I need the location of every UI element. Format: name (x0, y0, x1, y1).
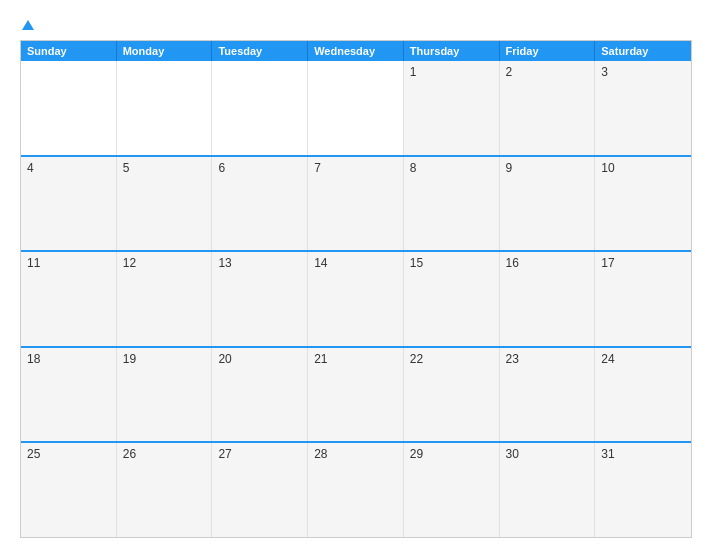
day-number: 4 (27, 161, 34, 175)
calendar-page: SundayMondayTuesdayWednesdayThursdayFrid… (0, 0, 712, 550)
day-number: 27 (218, 447, 231, 461)
day-number: 20 (218, 352, 231, 366)
day-cell: 24 (595, 348, 691, 442)
day-number: 12 (123, 256, 136, 270)
day-number: 18 (27, 352, 40, 366)
day-cell: 20 (212, 348, 308, 442)
day-header-wednesday: Wednesday (308, 41, 404, 61)
day-cell: 22 (404, 348, 500, 442)
day-cell: 5 (117, 157, 213, 251)
day-header-thursday: Thursday (404, 41, 500, 61)
day-cell: 15 (404, 252, 500, 346)
day-cell (117, 61, 213, 155)
day-cell: 27 (212, 443, 308, 537)
day-cell: 2 (500, 61, 596, 155)
day-cell: 14 (308, 252, 404, 346)
week-row-3: 18192021222324 (21, 346, 691, 442)
day-cell: 25 (21, 443, 117, 537)
day-cell: 17 (595, 252, 691, 346)
day-number: 28 (314, 447, 327, 461)
day-cell: 9 (500, 157, 596, 251)
day-cell: 30 (500, 443, 596, 537)
day-number: 22 (410, 352, 423, 366)
day-cell: 7 (308, 157, 404, 251)
day-number: 10 (601, 161, 614, 175)
day-number: 21 (314, 352, 327, 366)
day-number: 24 (601, 352, 614, 366)
day-cell: 10 (595, 157, 691, 251)
day-number: 11 (27, 256, 40, 270)
day-number: 23 (506, 352, 519, 366)
day-number: 26 (123, 447, 136, 461)
day-number: 15 (410, 256, 423, 270)
day-number: 5 (123, 161, 130, 175)
day-number: 9 (506, 161, 513, 175)
day-cell: 21 (308, 348, 404, 442)
day-cell: 3 (595, 61, 691, 155)
day-number: 8 (410, 161, 417, 175)
day-number: 19 (123, 352, 136, 366)
day-number: 6 (218, 161, 225, 175)
weeks-container: 1234567891011121314151617181920212223242… (21, 61, 691, 537)
day-number: 14 (314, 256, 327, 270)
day-number: 7 (314, 161, 321, 175)
day-cell: 11 (21, 252, 117, 346)
day-header-tuesday: Tuesday (212, 41, 308, 61)
logo-triangle-icon (22, 20, 34, 30)
day-number: 1 (410, 65, 417, 79)
day-cell: 29 (404, 443, 500, 537)
logo (20, 16, 34, 32)
day-header-saturday: Saturday (595, 41, 691, 61)
day-header-sunday: Sunday (21, 41, 117, 61)
day-number: 31 (601, 447, 614, 461)
day-cell: 16 (500, 252, 596, 346)
week-row-1: 45678910 (21, 155, 691, 251)
day-cell: 6 (212, 157, 308, 251)
day-cell (21, 61, 117, 155)
header (20, 16, 692, 32)
day-header-monday: Monday (117, 41, 213, 61)
day-cell: 31 (595, 443, 691, 537)
day-number: 30 (506, 447, 519, 461)
day-cell: 8 (404, 157, 500, 251)
day-cell (212, 61, 308, 155)
day-cell: 4 (21, 157, 117, 251)
week-row-2: 11121314151617 (21, 250, 691, 346)
day-number: 13 (218, 256, 231, 270)
week-row-4: 25262728293031 (21, 441, 691, 537)
day-number: 3 (601, 65, 608, 79)
week-row-0: 123 (21, 61, 691, 155)
day-cell: 13 (212, 252, 308, 346)
calendar-grid: SundayMondayTuesdayWednesdayThursdayFrid… (20, 40, 692, 538)
day-cell: 1 (404, 61, 500, 155)
day-number: 29 (410, 447, 423, 461)
day-number: 16 (506, 256, 519, 270)
day-header-friday: Friday (500, 41, 596, 61)
day-number: 2 (506, 65, 513, 79)
day-cell (308, 61, 404, 155)
day-number: 17 (601, 256, 614, 270)
day-cell: 28 (308, 443, 404, 537)
day-cell: 12 (117, 252, 213, 346)
day-cell: 23 (500, 348, 596, 442)
day-cell: 26 (117, 443, 213, 537)
day-cell: 19 (117, 348, 213, 442)
day-number: 25 (27, 447, 40, 461)
day-cell: 18 (21, 348, 117, 442)
day-headers-row: SundayMondayTuesdayWednesdayThursdayFrid… (21, 41, 691, 61)
